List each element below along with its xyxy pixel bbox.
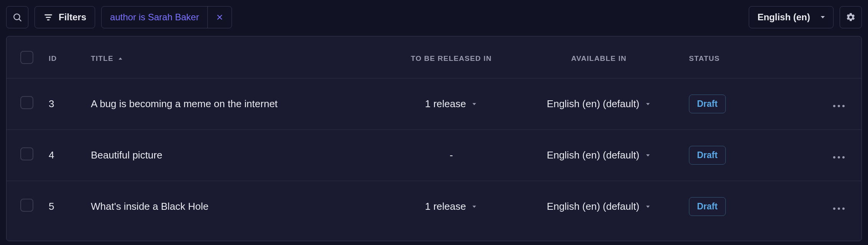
remove-filter-button[interactable] (207, 7, 223, 28)
row-title: What's inside a Black Hole (83, 181, 386, 232)
svg-rect-2 (44, 14, 52, 15)
caret-down-icon (645, 152, 651, 158)
sort-asc-icon (117, 56, 123, 62)
row-actions-button[interactable] (833, 105, 845, 107)
row-checkbox[interactable] (20, 147, 33, 160)
table-header-row: ID TITLE TO BE RELEASED IN AVAILABLE IN … (7, 36, 861, 78)
content-table: ID TITLE TO BE RELEASED IN AVAILABLE IN … (7, 36, 861, 232)
locale-select-row[interactable]: English (en) (default) (547, 98, 651, 110)
search-icon (12, 12, 22, 22)
row-title: Beautiful picture (83, 130, 386, 181)
settings-button[interactable] (840, 6, 862, 28)
svg-rect-4 (47, 19, 50, 20)
filters-label: Filters (59, 12, 86, 23)
select-all-checkbox[interactable] (20, 51, 33, 64)
table-row[interactable]: 4 Beautiful picture - English (en) (defa… (7, 130, 861, 181)
col-id-header[interactable]: ID (41, 36, 83, 78)
row-id: 4 (41, 130, 83, 181)
status-badge: Draft (689, 146, 726, 165)
table-row[interactable]: 3 A bug is becoming a meme on the intern… (7, 78, 861, 130)
row-actions-button[interactable] (833, 207, 845, 210)
release-select[interactable]: 1 release (425, 98, 478, 110)
filters-button[interactable]: Filters (35, 6, 95, 28)
locale-select[interactable]: English (en) (749, 6, 833, 28)
row-checkbox[interactable] (20, 199, 33, 212)
release-select[interactable]: 1 release (425, 201, 478, 212)
caret-down-icon (819, 14, 826, 21)
status-badge: Draft (689, 95, 726, 113)
svg-rect-3 (46, 17, 51, 18)
close-icon (216, 14, 223, 21)
row-id: 3 (41, 78, 83, 130)
search-button[interactable] (6, 6, 28, 28)
col-available-header[interactable]: AVAILABLE IN (516, 36, 681, 78)
locale-label: English (en) (758, 12, 810, 23)
caret-down-icon (645, 204, 651, 210)
col-title-header[interactable]: TITLE (91, 54, 123, 63)
release-text: - (450, 149, 453, 161)
release-select: - (450, 149, 453, 161)
caret-down-icon (471, 204, 477, 210)
release-text: 1 release (425, 98, 466, 110)
row-title: A bug is becoming a meme on the internet (83, 78, 386, 130)
table-row[interactable]: 5 What's inside a Black Hole 1 release E… (7, 181, 861, 232)
row-actions-button[interactable] (833, 156, 845, 158)
caret-down-icon (645, 101, 651, 107)
row-id: 5 (41, 181, 83, 232)
toolbar: Filters author is Sarah Baker English (e… (6, 6, 862, 28)
row-checkbox[interactable] (20, 96, 33, 109)
col-title-label: TITLE (91, 54, 113, 63)
available-text: English (en) (default) (547, 201, 639, 212)
available-text: English (en) (default) (547, 98, 639, 110)
filter-icon (43, 12, 53, 22)
col-status-header[interactable]: STATUS (681, 36, 781, 78)
active-filter-chip[interactable]: author is Sarah Baker (101, 6, 232, 28)
col-release-header[interactable]: TO BE RELEASED IN (386, 36, 516, 78)
available-text: English (en) (default) (547, 149, 639, 161)
release-text: 1 release (425, 201, 466, 212)
locale-select-row[interactable]: English (en) (default) (547, 149, 651, 161)
svg-line-1 (19, 19, 21, 21)
caret-down-icon (471, 101, 477, 107)
locale-select-row[interactable]: English (en) (default) (547, 201, 651, 212)
active-filter-text: author is Sarah Baker (110, 12, 199, 23)
status-badge: Draft (689, 197, 726, 216)
gear-icon (846, 12, 856, 22)
table-panel: ID TITLE TO BE RELEASED IN AVAILABLE IN … (6, 36, 862, 241)
